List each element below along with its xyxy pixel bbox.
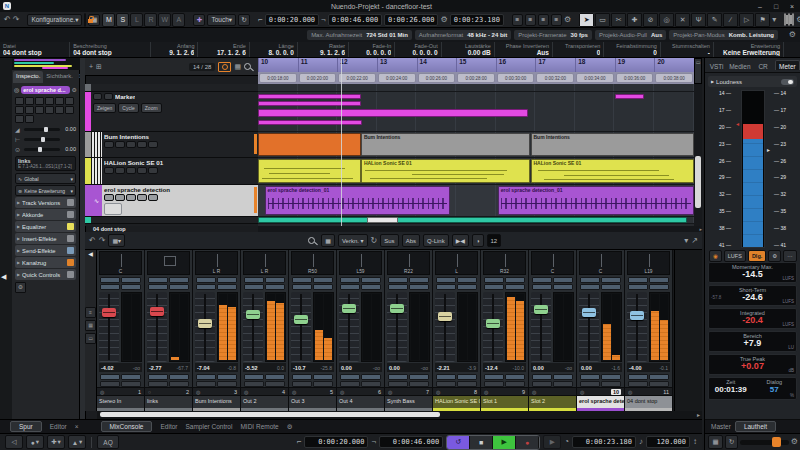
tab-vsti[interactable]: VSTi <box>705 61 728 70</box>
mix-expand-icon[interactable]: ↗ <box>691 235 698 247</box>
channel-button[interactable] <box>580 374 600 380</box>
tab-midi-remote[interactable]: MIDI Remote <box>240 423 278 430</box>
undo-icon[interactable]: ↶ <box>4 14 11 26</box>
sus-button[interactable]: Sus <box>380 234 398 247</box>
marker-zoom-button[interactable]: Zoom <box>141 103 162 113</box>
keyboard-icon[interactable]: ▦ <box>708 435 723 449</box>
solo-button[interactable] <box>115 141 125 148</box>
status-item[interactable]: Aufnahmeformat48 kHz - 24 bit <box>415 30 511 40</box>
fader-track[interactable] <box>147 292 167 362</box>
monitor-button[interactable] <box>137 141 147 148</box>
fader-track[interactable] <box>435 292 455 362</box>
ruler-bar[interactable]: 20 <box>654 58 694 72</box>
track-btn[interactable] <box>15 106 24 114</box>
stop-button[interactable]: ■ <box>470 436 493 449</box>
mixer-channel[interactable]: L-2.21-3.9◎8HALion Sonic SE 01 <box>433 250 481 411</box>
object-selection-tool[interactable]: ➤ <box>579 13 594 27</box>
erase-tool[interactable]: ⊘ <box>643 13 658 27</box>
loudness-header[interactable]: ▶ Loudness <box>708 76 797 87</box>
glue-tool[interactable]: ✚ <box>627 13 642 27</box>
bottom-gear-icon[interactable]: ⚙ <box>791 436 798 448</box>
split-tool[interactable]: ✂ <box>611 13 626 27</box>
channel-button[interactable] <box>532 374 552 380</box>
pan-control[interactable]: L <box>435 251 478 275</box>
channel-name[interactable]: Synth Bass <box>385 395 432 408</box>
channel-button[interactable] <box>532 284 552 290</box>
marker-cycle-button[interactable]: Cycle <box>118 103 139 113</box>
color-dropdown-icon[interactable]: ▾ <box>772 14 776 26</box>
channel-button[interactable] <box>121 374 141 380</box>
ruler-bar[interactable]: 11 <box>298 58 338 72</box>
rack-gear-icon[interactable]: ⚙ <box>564 14 571 26</box>
marker-event[interactable] <box>258 101 361 106</box>
transport-left-locator[interactable]: 0:00:20.000 <box>304 436 368 448</box>
automation-mode-dropdown[interactable]: Touch▾ <box>207 14 236 26</box>
tab-mixconsole[interactable]: MixConsole <box>101 421 153 432</box>
mixer-channel[interactable]: L R-7.04-0.8◎3Bum Intentions <box>193 250 241 411</box>
mute-button[interactable] <box>104 194 114 201</box>
global-dropdown[interactable]: ∿ Global ▾ <box>15 173 76 184</box>
fader-track[interactable] <box>195 292 215 362</box>
mute-button[interactable] <box>104 141 114 148</box>
inspector-section-akkorde[interactable]: ▶Akkorde <box>15 209 76 220</box>
channel-name[interactable]: Slot 2 <box>529 395 576 408</box>
channel-button[interactable] <box>505 374 525 380</box>
mix-dropdown-icon[interactable]: ▾ <box>684 235 688 247</box>
ruler-timecode-cell[interactable]: 0:00:24:00 <box>378 73 416 83</box>
mix-rack-dropdown[interactable]: ▦▾ <box>108 234 125 247</box>
ruler-timecode-cell[interactable]: 0:00:30:00 <box>497 73 535 83</box>
status-item[interactable]: Projekt-Audio-PullAus <box>595 30 666 40</box>
ruler-bars[interactable]: 1011121314151617181920 <box>258 58 694 72</box>
track-btn[interactable] <box>35 97 44 105</box>
automation-box[interactable] <box>104 203 122 215</box>
record-button[interactable] <box>126 167 136 174</box>
fader-handle[interactable] <box>772 437 781 447</box>
inspector-section-send-effekte[interactable]: ▶Send-Effekte <box>15 245 76 256</box>
fader-handle[interactable] <box>390 304 404 313</box>
track-halion[interactable]: HALion Sonic SE 01 <box>85 158 258 185</box>
sync-icon[interactable]: ↻ <box>725 435 738 449</box>
ruler-timecode-cell[interactable]: 0:00:38:00 <box>655 73 693 83</box>
channel-button[interactable] <box>340 374 360 380</box>
info-field-raster[interactable]: Raster9. 1. 2. 6 <box>298 42 349 57</box>
aq-button[interactable]: AQ <box>97 435 119 449</box>
channel-button[interactable] <box>217 277 237 283</box>
track-btn[interactable] <box>25 106 34 114</box>
channel-button[interactable] <box>196 374 216 380</box>
channel-button[interactable] <box>388 277 408 283</box>
link-sync-icon[interactable]: ↻ <box>371 235 378 247</box>
channel-button[interactable] <box>628 277 648 283</box>
draw-tool[interactable]: ✎ <box>707 13 722 27</box>
right-locator-icon[interactable]: ¬ <box>321 14 326 26</box>
cycle-button[interactable]: ↺ <box>447 436 470 449</box>
channel-button[interactable] <box>628 284 648 290</box>
status-item[interactable]: Max. Aufnahmezeit724 Std 01 Min <box>307 30 412 40</box>
info-field-beschreibung[interactable]: Beschreibung04 dont stop <box>70 42 150 57</box>
ruler-timecode-cell[interactable]: 0:00:26:00 <box>418 73 456 83</box>
fader-track[interactable] <box>99 292 119 362</box>
ruler-bar[interactable]: 12 <box>337 58 377 72</box>
channel-button[interactable] <box>148 374 168 380</box>
mix-view-icon-2[interactable]: ▦ <box>85 320 96 331</box>
midi-event[interactable]: HALion Sonic SE 01 <box>361 159 530 183</box>
power-icon[interactable]: ◉ <box>709 250 722 262</box>
transport-cursor-time[interactable]: 0:00:23.180 <box>572 436 636 448</box>
play-button[interactable]: ▶ <box>493 436 516 449</box>
channel-button[interactable] <box>484 284 504 290</box>
master-level-fader[interactable] <box>740 440 789 445</box>
channel-button[interactable] <box>148 277 168 283</box>
pan-control[interactable]: C <box>579 251 622 275</box>
mix-search-icon[interactable] <box>308 237 315 244</box>
channel-count-display[interactable]: 12 <box>487 234 502 247</box>
ruler-bar[interactable]: 13 <box>377 58 417 72</box>
midi-event[interactable] <box>258 159 361 183</box>
mixer-channel[interactable]: C-4.02-oo◎1Stereo In <box>97 250 145 411</box>
ruler-bar[interactable]: 14 <box>417 58 457 72</box>
status-item[interactable]: Projekt-Pan-ModusKomb. Leistung <box>669 30 778 40</box>
ruler-bar[interactable]: 16 <box>496 58 536 72</box>
channel-button[interactable] <box>505 284 525 290</box>
ruler-bar[interactable]: 10 <box>258 58 298 72</box>
fader-db-value[interactable]: -12.4 <box>485 365 498 371</box>
mixer-channel[interactable]: R220.00-oo◎7Synth Bass <box>385 250 433 411</box>
inspector-section-insert-effekte[interactable]: ▶Insert-Effekte <box>15 233 76 244</box>
